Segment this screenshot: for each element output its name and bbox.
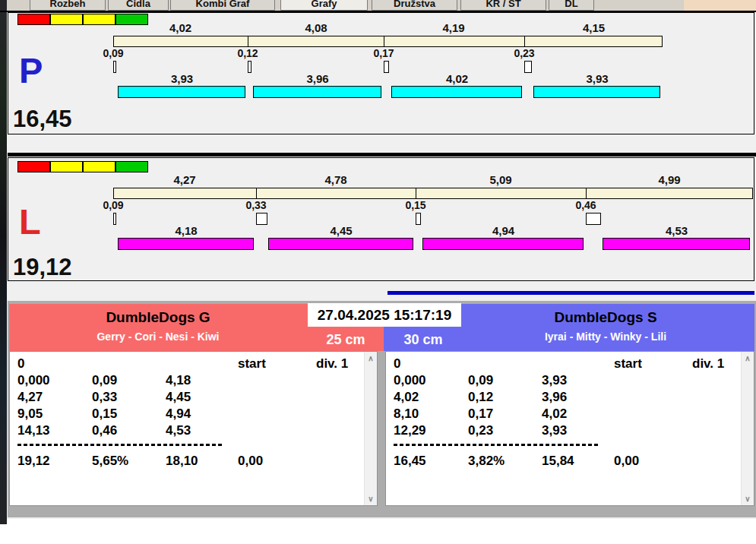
table-cell: 0,00 [238, 454, 263, 469]
table-cell: 0,00 [614, 454, 639, 469]
reaction-time-label: 0,09 [90, 48, 136, 59]
reaction-box [416, 213, 421, 225]
table-cell: 0,46 [92, 423, 117, 438]
table-cell: 15,84 [542, 454, 574, 469]
split-time-label: 4,08 [248, 23, 384, 33]
tab-bar: RozbehCidlaKombi GrafGrafyDružstvaKR / S… [7, 0, 756, 11]
table-cell: 0,12 [468, 390, 493, 405]
result-table-right[interactable]: 0startdiv. 10,0000,093,934,020,123,968,1… [385, 351, 754, 506]
table-cell: 0,09 [468, 373, 493, 388]
split-bar-divider [586, 188, 587, 199]
split-bar [113, 36, 663, 47]
lane-total: 16,45 [13, 107, 72, 131]
lane-panel-p: 4,020,093,934,080,123,964,190,174,024,15… [8, 12, 754, 134]
run-time-label: 4,53 [601, 226, 752, 236]
tab-dl[interactable]: DL [549, 0, 594, 11]
split-time-label: 4,99 [586, 175, 753, 185]
reaction-box [113, 213, 116, 225]
split-bar-divider [256, 188, 257, 199]
tab-grafy[interactable]: Grafy [280, 0, 368, 11]
table-cell: 0,33 [92, 390, 117, 405]
datetime-box: 27.04.2025 15:17:19 [308, 303, 461, 327]
lane-panel-l: 4,270,094,184,780,334,455,090,154,944,99… [8, 157, 754, 281]
status-light [50, 161, 83, 172]
team-dogs-right: Iyrai - Mitty - Winky - Lili [457, 330, 754, 343]
table-cell: 4,02 [394, 390, 419, 405]
tab-dru-stva[interactable]: Družstva [372, 0, 457, 11]
table-cell: 12,29 [394, 423, 426, 438]
split-time-label: 4,19 [384, 23, 524, 33]
table-cell: 0 [17, 356, 24, 372]
run-bar [603, 238, 750, 250]
tab-kombi-graf[interactable]: Kombi Graf [170, 0, 275, 11]
scroll-down-icon[interactable]: ∨ [365, 492, 377, 505]
table-cell: 3,93 [542, 423, 567, 438]
scrollbar[interactable]: ∧∨ [364, 352, 377, 505]
team-name-right: DumbleDogs S [457, 309, 754, 326]
status-light [83, 161, 115, 172]
split-bar-divider [524, 36, 525, 47]
run-bar [118, 86, 245, 98]
status-light [17, 161, 50, 172]
reaction-box [248, 61, 251, 73]
tab-cidla[interactable]: Cidla [108, 0, 169, 11]
scroll-up-icon[interactable]: ∧ [742, 352, 754, 365]
run-time-label: 4,94 [421, 226, 586, 236]
table-separator [394, 444, 600, 446]
reaction-time-label: 0,46 [563, 200, 609, 210]
reaction-box [113, 61, 116, 73]
result-table-left[interactable]: 0startdiv. 10,0000,094,184,270,334,459,0… [9, 351, 378, 506]
split-time-label: 4,27 [113, 175, 256, 185]
run-bar [391, 86, 522, 98]
table-separator [17, 444, 224, 446]
split-time-label: 4,02 [113, 23, 248, 33]
status-light [17, 14, 50, 25]
table-cell: 8,10 [394, 406, 419, 422]
split-bar-divider [416, 188, 416, 199]
run-time-label: 3,93 [532, 74, 663, 84]
height-badge-right: 30 cm [385, 331, 461, 348]
reaction-box [586, 213, 601, 225]
scroll-up-icon[interactable]: ∧ [365, 352, 377, 365]
table-cell: start [238, 356, 266, 372]
run-time-label: 3,93 [116, 74, 248, 84]
run-bar [118, 238, 254, 250]
reaction-time-label: 0,23 [501, 48, 547, 59]
split-time-label: 4,15 [524, 23, 663, 33]
table-cell: div. 1 [692, 356, 724, 372]
table-cell: 3,93 [542, 373, 567, 388]
tab-kr-st[interactable]: KR / ST [460, 0, 546, 11]
status-light [115, 161, 148, 172]
scrollbar[interactable]: ∧∨ [741, 352, 754, 505]
run-time-label: 4,45 [267, 226, 416, 236]
status-light [83, 14, 115, 25]
table-cell: 4,94 [166, 406, 191, 422]
reaction-time-label: 0,17 [361, 48, 406, 59]
scroll-down-icon[interactable]: ∨ [742, 492, 754, 505]
table-cell: 0,000 [394, 373, 426, 388]
lane-divider [8, 153, 756, 157]
reaction-time-label: 0,33 [233, 200, 279, 210]
table-cell: 0,23 [468, 423, 493, 438]
table-cell: 3,96 [542, 390, 567, 405]
tab-rozbeh[interactable]: Rozbeh [30, 0, 106, 11]
split-bar-divider [248, 36, 248, 47]
app-window: RozbehCidlaKombi GrafGrafyDružstvaKR / S… [0, 0, 756, 544]
results-section: DumbleDogs G Gerry - Cori - Nesi - Kiwi … [8, 301, 756, 517]
team-name-left: DumbleDogs G [9, 309, 307, 326]
team-dogs-left: Gerry - Cori - Nesi - Kiwi [9, 330, 307, 343]
table-cell: 0,17 [468, 406, 493, 422]
table-cell: 0 [394, 356, 400, 372]
status-light [50, 14, 83, 25]
table-cell: 9,05 [17, 406, 43, 422]
run-time-label: 4,18 [116, 226, 256, 236]
split-bar [113, 188, 753, 199]
lane-total: 19,12 [13, 255, 72, 279]
table-cell: 0,15 [92, 406, 117, 422]
table-cell: 4,45 [166, 390, 191, 405]
lane-letter: L [19, 204, 41, 239]
table-cell: start [614, 356, 642, 372]
table-cell: 3,82% [468, 454, 505, 469]
reaction-time-label: 0,15 [393, 200, 438, 210]
table-cell: 16,45 [394, 454, 426, 469]
